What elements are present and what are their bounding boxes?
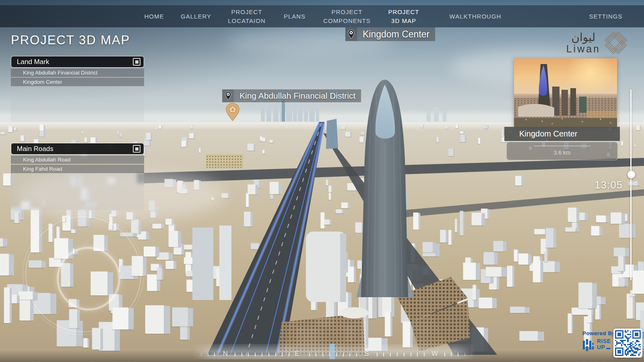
- compass-tick: [444, 353, 445, 356]
- page-title: PROJECT 3D MAP: [11, 33, 130, 48]
- project-3d-map-screen: HOME GALLERY PROJECT LOCATAION PLANS PRO…: [0, 0, 644, 362]
- nav-project-3d-map[interactable]: PROJECT 3D MAP: [385, 5, 422, 27]
- kafd-marker[interactable]: King Abdullah Financial District: [222, 89, 361, 102]
- compass-tick: [289, 353, 289, 356]
- compass-tick: [322, 353, 323, 356]
- compass-tick: [397, 353, 398, 356]
- navigation-joystick[interactable]: [57, 247, 120, 310]
- kingdom-tower: [356, 80, 413, 297]
- distance-value: 3.6 km: [507, 149, 617, 156]
- riseup-text-bottom: UP: [597, 344, 605, 350]
- nav-gallery[interactable]: GALLERY: [181, 5, 211, 27]
- compass-tick: [464, 353, 465, 356]
- kingdom-center-label: Kingdom Center: [357, 27, 435, 41]
- compass-tick: [255, 353, 256, 356]
- time-of-day-display: 13:05: [594, 179, 623, 191]
- landmark-item-kafd[interactable]: King Abdullah Financial District: [11, 68, 144, 77]
- compass-tick: [329, 353, 330, 356]
- liwan-logo: ليوان Liwan: [566, 31, 627, 54]
- qr-code: [613, 329, 642, 358]
- compass-heading-indicator: [330, 344, 335, 359]
- riseup-logo-icon: [582, 338, 594, 352]
- compass-tick: [343, 353, 344, 356]
- compass-tick: [471, 353, 472, 356]
- nav-project-components[interactable]: PROJECT COMPONENTS: [320, 5, 374, 27]
- compass-bar: NESW: [192, 344, 476, 359]
- landmark-info-card: Kingdom Center 3.6 km: [504, 58, 620, 160]
- compass-tick: [383, 353, 384, 356]
- landmark-panel-title: Land Mark: [17, 58, 49, 66]
- compass-tick: [356, 353, 357, 356]
- map-pin-icon: [222, 89, 234, 102]
- compass-tick: [336, 353, 337, 356]
- nav-project-location[interactable]: PROJECT LOCATAION: [224, 5, 269, 27]
- riseup-text-top: RISE: [597, 338, 611, 344]
- compass-letter-S: S: [364, 350, 369, 358]
- compass-tick: [390, 353, 391, 356]
- road-item-king-fahd[interactable]: King Fahd Road: [11, 165, 144, 173]
- liwan-logo-latin: Liwan: [566, 44, 601, 54]
- compass-tick: [208, 353, 208, 356]
- riseup-logo-text: RISE UP: [597, 338, 611, 350]
- compass-tick: [214, 353, 215, 356]
- compass-tick: [235, 353, 235, 356]
- compass-tick: [451, 353, 452, 356]
- compass-letter-W: W: [431, 350, 438, 358]
- project-home-pin-icon[interactable]: [225, 103, 240, 123]
- main-roads-panel-header[interactable]: Main Roads: [11, 143, 144, 155]
- nav-settings[interactable]: SETTINGS: [589, 5, 622, 27]
- compass-letter-E: E: [295, 350, 299, 358]
- landmark-panel-header[interactable]: Land Mark: [11, 56, 144, 68]
- powered-by-label: Powered By: [582, 330, 615, 336]
- compass-tick: [242, 353, 242, 356]
- nav-home[interactable]: HOME: [144, 5, 164, 27]
- map-pin-icon: [345, 27, 357, 41]
- compass-tick: [349, 353, 350, 356]
- main-roads-visibility-checkbox[interactable]: [133, 145, 140, 153]
- compass-tick: [458, 353, 458, 356]
- main-roads-panel: Main Roads King Abdullah Road King Fahd …: [11, 143, 144, 210]
- nav-walkthrough[interactable]: WALKTHROUGH: [450, 5, 502, 27]
- liwan-pattern-icon: [605, 31, 627, 54]
- compass-tick: [404, 353, 405, 356]
- landmark-visibility-checkbox[interactable]: [133, 58, 140, 66]
- compass-tick: [262, 353, 262, 356]
- compass-tick: [377, 353, 378, 356]
- compass-tick: [411, 353, 411, 356]
- compass-tick: [248, 353, 249, 356]
- compass-letter-N: N: [223, 350, 228, 358]
- kingdom-center-photo: [514, 58, 617, 127]
- compass-tick: [201, 353, 202, 356]
- info-card-title-band: Kingdom Center: [504, 127, 620, 141]
- nav-plans[interactable]: PLANS: [284, 5, 305, 27]
- time-slider-track[interactable]: [630, 89, 632, 280]
- compass-tick: [194, 353, 195, 356]
- compass-tick: [282, 353, 283, 356]
- info-card-title: Kingdom Center: [519, 129, 578, 139]
- kafd-label: King Abdullah Financial District: [234, 89, 361, 102]
- powered-by-block: Powered By RISE UP: [582, 330, 615, 352]
- compass-tick: [316, 353, 316, 356]
- compass-tick: [268, 353, 269, 356]
- compass-tick: [309, 353, 310, 356]
- compass-tick: [417, 353, 418, 356]
- compass-tick: [424, 353, 425, 356]
- road-item-king-abdullah[interactable]: King Abdullah Road: [11, 155, 144, 164]
- liwan-logo-arabic: ليوان: [571, 32, 595, 43]
- compass-tick: [275, 353, 276, 356]
- landmark-item-kingdom-center[interactable]: Kingdom Center: [11, 78, 144, 86]
- top-navbar: HOME GALLERY PROJECT LOCATAION PLANS PRO…: [0, 5, 644, 27]
- kingdom-center-marker[interactable]: Kingdom Center: [345, 27, 435, 41]
- info-card-distance-box: 3.6 km: [506, 142, 618, 160]
- main-roads-panel-title: Main Roads: [17, 145, 54, 153]
- divider: [534, 146, 590, 146]
- time-slider-knob[interactable]: [627, 171, 635, 178]
- landmark-panel: Land Mark King Abdullah Financial Distri…: [11, 56, 144, 122]
